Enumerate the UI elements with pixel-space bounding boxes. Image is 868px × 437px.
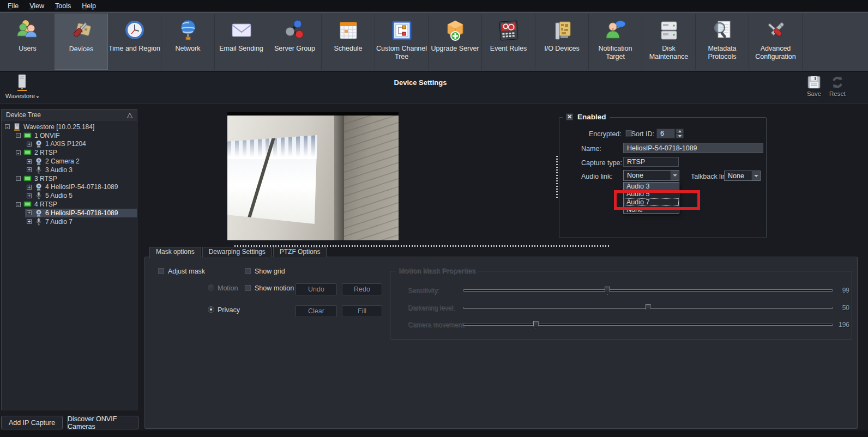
- name-label: Name:: [581, 145, 601, 153]
- fill-button[interactable]: Fill: [342, 305, 382, 317]
- dropdown-option-audio-3[interactable]: Audio 3: [624, 183, 679, 190]
- menu-help[interactable]: Help: [76, 1, 101, 11]
- privacy-radio[interactable]: [208, 306, 214, 313]
- toolbar-item-server-group[interactable]: Server Group: [268, 14, 322, 70]
- reset-arrows-icon: [830, 75, 845, 89]
- toolbar-item-network[interactable]: Network: [161, 14, 215, 70]
- expander-icon[interactable]: -: [16, 133, 21, 138]
- camera-movement-slider[interactable]: [463, 324, 833, 326]
- toolbar-item-devices[interactable]: Devices: [55, 14, 108, 70]
- menu-file[interactable]: File: [2, 1, 24, 11]
- clock-icon: [122, 17, 147, 44]
- tree-node-camera[interactable]: + 1 AXIS P1204: [2, 140, 137, 149]
- toolbar-item-schedule[interactable]: Schedule: [322, 14, 375, 70]
- name-field[interactable]: HeliosIP-54-0718-1089: [623, 143, 763, 153]
- dropdown-option-none[interactable]: None: [624, 206, 679, 214]
- slider-thumb[interactable]: [646, 304, 651, 312]
- show-motion-checkbox[interactable]: [244, 284, 251, 292]
- toolbar-item-advanced-configuration[interactable]: Advanced Configuration: [749, 14, 803, 70]
- expander-icon[interactable]: +: [27, 185, 32, 190]
- toolbar-item-users[interactable]: Users: [1, 14, 55, 70]
- tree-node-camera[interactable]: + 4 HeliosIP-54-0718-1089: [2, 183, 137, 192]
- spin-down-icon[interactable]: [676, 133, 684, 138]
- reset-button[interactable]: Reset: [825, 75, 849, 101]
- advanced-config-icon: [763, 17, 788, 44]
- tab-mask-options[interactable]: Mask options: [149, 247, 201, 258]
- page-title: Device Settings: [0, 78, 868, 87]
- slider-thumb[interactable]: [533, 321, 539, 329]
- expander-icon[interactable]: +: [27, 210, 32, 215]
- tree-node-audio[interactable]: + 5 Audio 5: [2, 191, 137, 200]
- frame-shadow-edge: [334, 116, 344, 240]
- toolbar-item-disk-maintenance[interactable]: Disk Maintenance: [642, 14, 696, 70]
- expander-icon[interactable]: +: [27, 219, 32, 224]
- tree-node-server[interactable]: - Wavestore [10.0.25.184]: [2, 123, 137, 131]
- microphone-icon: [34, 166, 43, 174]
- tree-node-camera[interactable]: + 2 Camera 2: [2, 157, 137, 166]
- slider-thumb[interactable]: [605, 287, 610, 295]
- toolbar-item-custom-channel-tree[interactable]: Custom Channel Tree: [375, 14, 429, 70]
- redo-button[interactable]: Redo: [342, 283, 382, 295]
- enabled-checkbox[interactable]: [566, 113, 573, 120]
- audio-link-dropdown: Audio 3 Audio 5 Audio 7 None: [623, 182, 679, 214]
- motion-label: Motion: [218, 284, 238, 292]
- tree-node-channel[interactable]: - 2 RTSP: [2, 148, 137, 157]
- splitter-vertical-dots[interactable]: [556, 156, 558, 198]
- toolbar-item-event-rules[interactable]: Event Rules: [482, 14, 535, 70]
- expander-icon[interactable]: -: [16, 176, 21, 181]
- toolbar-item-metadata-protocols[interactable]: Metadata Protocols: [696, 14, 749, 70]
- show-motion-label: Show motion: [255, 284, 294, 292]
- undo-button[interactable]: Undo: [296, 283, 337, 295]
- tree-node-channel[interactable]: - 1 ONVIF: [2, 131, 137, 140]
- talkback-link-select[interactable]: None: [724, 171, 761, 181]
- tree-node-channel[interactable]: - 4 RTSP: [2, 200, 137, 209]
- toolbar-item-email-sending[interactable]: Email Sending: [215, 14, 268, 70]
- channel-icon: [23, 132, 32, 139]
- tree-node-channel[interactable]: - 3 RTSP: [2, 174, 137, 183]
- dropdown-option-audio-7[interactable]: Audio 7: [624, 198, 679, 206]
- menu-view[interactable]: View: [24, 1, 50, 11]
- tree-node-camera-selected[interactable]: + 6 HeliosIP-54-0718-1089: [2, 209, 137, 217]
- capture-type-field[interactable]: RTSP: [623, 157, 679, 167]
- toolbar-item-io-devices[interactable]: I/O Devices: [535, 14, 589, 70]
- adjust-mask-checkbox[interactable]: [158, 268, 165, 275]
- expander-icon[interactable]: +: [27, 159, 32, 164]
- server-selector-button[interactable]: Wavestore: [3, 74, 41, 102]
- toolbar-item-time-and-region[interactable]: Time and Region: [108, 14, 161, 70]
- collapse-triangle-icon[interactable]: [127, 111, 132, 118]
- users-icon: [15, 17, 40, 44]
- discover-onvif-cameras-button[interactable]: Discover ONVIF Cameras: [67, 416, 138, 429]
- audio-link-select[interactable]: None: [623, 170, 679, 181]
- chevron-down-icon[interactable]: [670, 171, 679, 180]
- tree-node-audio[interactable]: + 3 Audio 3: [2, 166, 137, 174]
- show-grid-checkbox[interactable]: [244, 268, 251, 275]
- sort-id-stepper: [676, 129, 684, 138]
- expander-icon[interactable]: -: [16, 202, 21, 207]
- notification-icon: [603, 17, 628, 44]
- expander-icon[interactable]: +: [27, 167, 32, 172]
- motion-radio[interactable]: [208, 284, 214, 291]
- sort-id-input[interactable]: 6: [656, 129, 675, 138]
- toolbar-item-upgrade-server[interactable]: Upgrade Server: [429, 14, 482, 70]
- sensitivity-slider[interactable]: [463, 289, 833, 292]
- tree-node-audio[interactable]: + 7 Audio 7: [2, 217, 137, 226]
- darkening-level-slider[interactable]: [463, 307, 833, 309]
- expander-icon[interactable]: +: [27, 193, 32, 198]
- microphone-icon: [34, 218, 43, 226]
- microphone-icon: [34, 192, 43, 199]
- device-tree: - Wavestore [10.0.25.184] - 1 ONVIF + 1 …: [2, 120, 137, 226]
- toolbar-item-notification-target[interactable]: Notification Target: [589, 14, 642, 70]
- expander-icon[interactable]: -: [16, 150, 21, 155]
- add-ip-capture-button[interactable]: Add IP Capture: [1, 416, 63, 429]
- spin-up-icon[interactable]: [676, 129, 684, 133]
- clear-button[interactable]: Clear: [296, 305, 337, 317]
- expander-icon[interactable]: -: [5, 124, 10, 129]
- save-button[interactable]: Save: [802, 75, 826, 101]
- menu-tools[interactable]: Tools: [50, 1, 76, 11]
- tab-dewarping-settings[interactable]: Dewarping Settings: [202, 247, 272, 257]
- expander-icon[interactable]: +: [27, 142, 32, 147]
- dropdown-option-audio-5[interactable]: Audio 5: [624, 190, 679, 198]
- camera-preview-image[interactable]: [227, 112, 399, 240]
- tab-ptzf-options[interactable]: PTZF Options: [273, 247, 327, 257]
- chevron-down-icon[interactable]: [751, 171, 760, 180]
